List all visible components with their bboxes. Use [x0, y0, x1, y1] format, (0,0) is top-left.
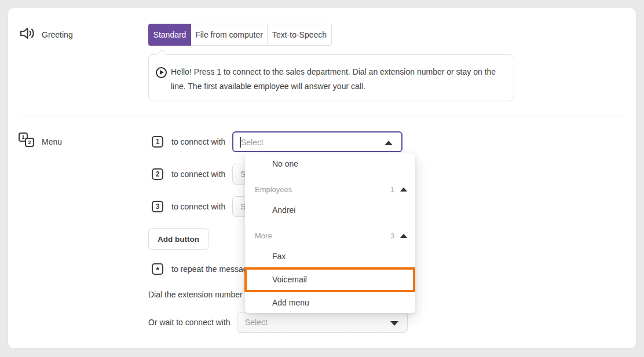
wait-select-placeholder: Select	[245, 318, 268, 327]
collapse-group-icon[interactable]	[400, 234, 407, 238]
menu-keys-icon: 12	[19, 133, 35, 149]
greeting-section-label: Greeting	[42, 29, 73, 41]
row-2-label: to connect with	[171, 168, 225, 180]
menu-section-label: Menu	[42, 136, 62, 148]
bubble-tail	[156, 49, 167, 60]
dropdown-option-andrei[interactable]: Andrei	[245, 200, 415, 223]
row-3-label: to connect with	[171, 201, 225, 212]
dropdown-group-employees[interactable]: Employees 1	[245, 179, 415, 202]
row-1-label: to connect with	[171, 136, 225, 148]
speaker-icon	[19, 25, 36, 43]
wait-select[interactable]: Select	[237, 312, 408, 333]
collapse-group-icon[interactable]	[400, 187, 407, 192]
greeting-tabs: Standard File from computer Text-to-Spee…	[148, 24, 332, 46]
repeat-row-label: to repeat the message	[171, 263, 252, 275]
dropdown-option-no-one[interactable]: No one	[245, 153, 415, 176]
dropdown-option-fax[interactable]: Fax	[245, 246, 415, 269]
more-count: 3	[390, 231, 394, 240]
voicemail-highlight-box	[244, 267, 415, 292]
row-1-select-placeholder: Select	[241, 138, 264, 147]
caret-up-icon[interactable]	[385, 141, 393, 145]
employees-count: 1	[390, 185, 394, 194]
tab-text-to-speech[interactable]: Text-to-Speech	[268, 24, 332, 46]
dropdown-group-more[interactable]: More 3	[245, 225, 415, 248]
settings-card: Greeting Standard File from computer Tex…	[8, 8, 636, 348]
dial-extension-label: Dial the extension number	[148, 289, 243, 300]
tab-file-from-computer[interactable]: File from computer	[191, 24, 268, 46]
add-button[interactable]: Add button	[148, 228, 208, 250]
greeting-message-text: Hello! Press 1 to connect to the sales d…	[171, 65, 507, 93]
wait-row-label: Or wait to connect with	[148, 316, 230, 328]
greeting-message-bubble: Hello! Press 1 to connect to the sales d…	[148, 54, 514, 101]
key-2-badge: 2	[152, 168, 163, 180]
key-1-badge: 1	[152, 136, 163, 148]
key-star-badge: *	[152, 263, 163, 275]
dropdown-option-add-menu[interactable]: Add menu	[245, 292, 415, 313]
caret-down-icon[interactable]	[390, 321, 398, 326]
tab-standard[interactable]: Standard	[148, 24, 191, 46]
key-3-badge: 3	[152, 201, 163, 212]
section-divider	[17, 116, 627, 116]
row-1-select[interactable]: Select	[232, 131, 402, 152]
play-icon[interactable]	[156, 67, 167, 78]
